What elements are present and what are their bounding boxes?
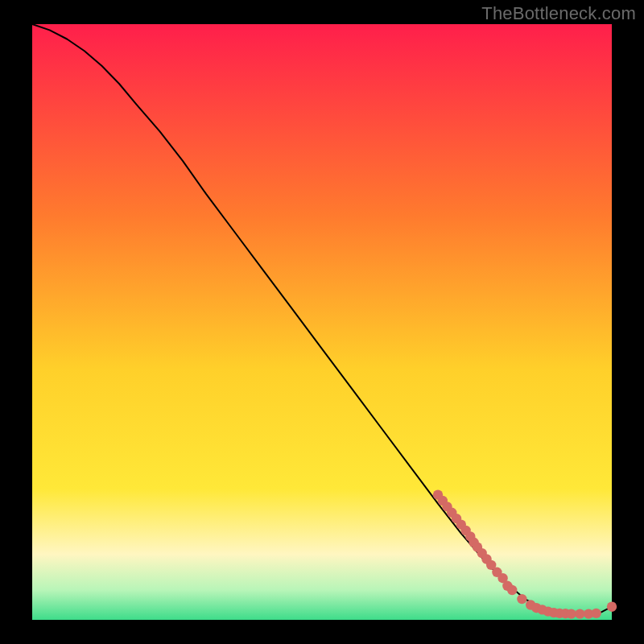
sample-dot: [575, 609, 584, 618]
sample-dot: [591, 609, 601, 618]
chart-container: { "watermark": "TheBottleneck.com", "col…: [0, 0, 644, 644]
sample-dot: [566, 609, 576, 618]
sample-dot: [507, 585, 517, 595]
sample-dot: [517, 594, 526, 604]
watermark-text: TheBottleneck.com: [481, 3, 636, 24]
bottleneck-chart: [0, 0, 644, 644]
gradient-background: [32, 24, 612, 620]
sample-dot: [607, 602, 617, 612]
